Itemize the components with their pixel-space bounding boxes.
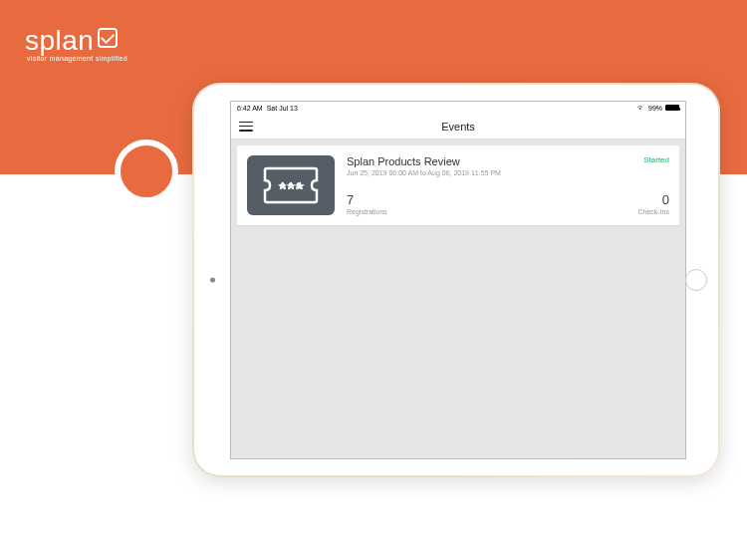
ticket-icon: ★★★ [263, 166, 319, 204]
event-title: Splan Products Review [347, 155, 460, 167]
event-date-range: Jun 25, 2019 06:00 AM to Aug 06, 2019 11… [347, 169, 669, 176]
wifi-icon: ᯤ [637, 104, 645, 113]
camera-dot [210, 278, 215, 283]
home-button[interactable] [685, 269, 707, 291]
brand-name: splan [25, 25, 127, 57]
event-details: Splan Products Review Started Jun 25, 20… [347, 155, 669, 215]
menu-button[interactable] [239, 122, 253, 132]
svg-text:★★★: ★★★ [278, 180, 305, 191]
ipad-screen: 6:42 AM Sat Jul 13 ᯤ 99% Events [230, 101, 686, 459]
status-time: 6:42 AM [237, 105, 263, 112]
status-bar: 6:42 AM Sat Jul 13 ᯤ 99% [231, 102, 685, 114]
event-status-badge: Started [643, 155, 669, 164]
registrations-label: Registrations [347, 208, 387, 215]
decorative-circle [115, 140, 178, 203]
page-title: Events [441, 121, 475, 133]
checkins-label: Check-Ins [637, 208, 669, 215]
ipad-bezel: 6:42 AM Sat Jul 13 ᯤ 99% Events [194, 85, 718, 475]
registrations-stat: 7 Registrations [347, 192, 387, 215]
status-bar-right: ᯤ 99% [637, 104, 679, 113]
content-area: ★★★ Splan Products Review Started Jun 25… [231, 140, 685, 458]
battery-icon [665, 105, 679, 111]
status-bar-left: 6:42 AM Sat Jul 13 [237, 105, 298, 112]
event-icon-container: ★★★ [247, 155, 335, 215]
brand-name-text: splan [25, 25, 94, 57]
check-icon [98, 28, 118, 48]
registrations-count: 7 [347, 192, 387, 207]
checkins-stat: 0 Check-Ins [637, 192, 669, 215]
ipad-device-frame: 6:42 AM Sat Jul 13 ᯤ 99% Events [192, 83, 720, 477]
event-stats: 7 Registrations 0 Check-Ins [347, 180, 669, 215]
event-header: Splan Products Review Started [347, 155, 669, 167]
brand-tagline: visitor management simplified [27, 55, 127, 62]
brand-logo: splan visitor management simplified [25, 25, 127, 62]
navigation-bar: Events [231, 114, 685, 140]
checkins-count: 0 [662, 192, 669, 207]
battery-percent: 99% [648, 105, 662, 112]
event-card[interactable]: ★★★ Splan Products Review Started Jun 25… [237, 145, 679, 225]
status-date: Sat Jul 13 [267, 105, 298, 112]
